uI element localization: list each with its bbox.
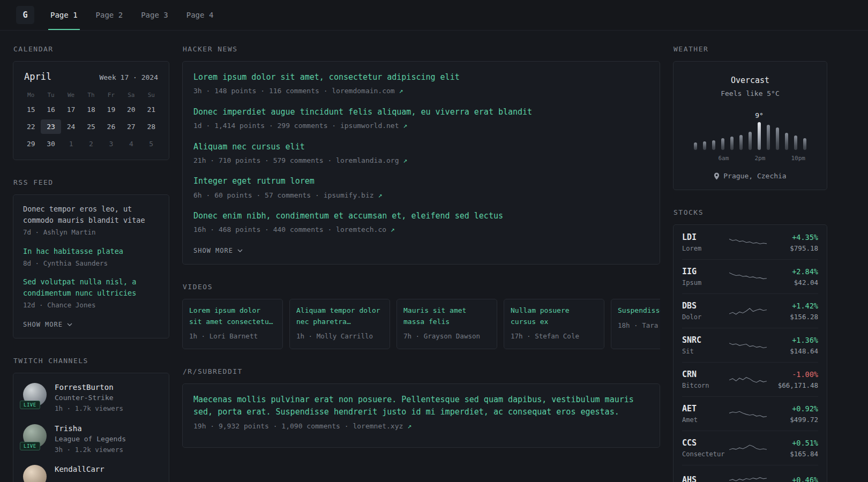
twitch-channel[interactable]: LIVEForrestBurtonCounter-Strike1h · 1.7k… (23, 383, 159, 414)
weather-bar (739, 135, 743, 150)
stock-values: +2.84%$42.04 (771, 267, 818, 287)
hackernews-domain: ipsumify.biz (324, 191, 378, 199)
stock-values: +1.42%$156.28 (771, 302, 818, 321)
stock-row[interactable]: AETAmet+0.92%$499.72 (682, 396, 818, 431)
stock-row[interactable]: DBSDolor+1.42%$156.28 (682, 293, 818, 328)
weather-bar-cell (773, 109, 782, 150)
avatar: LIVE (23, 424, 47, 448)
weather-bars: 9° (681, 109, 819, 150)
hackernews-meta-text: 1d · 1,414 points · 299 comments · (193, 122, 340, 130)
hackernews-domain-link[interactable]: loremlandia.org ↗ (336, 156, 407, 164)
tab-page-4[interactable]: Page 4 (184, 0, 216, 30)
hackernews-title[interactable]: Aliquam nec cursus elit (193, 141, 649, 153)
video-meta: 18h · Tara (618, 321, 660, 331)
calendar-widget: CALENDAR April Week 17 · 2024 MoTuWeThFr… (13, 45, 169, 160)
calendar-day: 27 (121, 119, 141, 134)
calendar-day: 15 (21, 102, 41, 117)
weather-bar-cell (691, 109, 700, 150)
stock-change: -1.00% (771, 370, 818, 379)
calendar-day: 25 (81, 119, 101, 134)
video-title[interactable]: Nullam posuere cursus ex (511, 305, 597, 328)
hackernews-item: Aliquam nec cursus elit21h · 710 points … (193, 141, 649, 166)
stock-id: CRNBitcorn (682, 370, 727, 389)
hackernews-title[interactable]: Integer eget rutrum lorem (193, 175, 649, 187)
rss-show-more-button[interactable]: SHOW MORE (23, 321, 72, 328)
app-logo[interactable]: G (16, 6, 34, 24)
twitch-channel[interactable]: LIVETrishaLeague of Legends3h · 1.2k vie… (23, 424, 159, 455)
chevron-down-icon (237, 249, 243, 252)
stock-sparkline (729, 406, 767, 421)
subreddit-domain-link[interactable]: loremnet.xyz ↗ (353, 422, 411, 430)
stock-row[interactable]: IIGIpsum+2.84%$42.04 (682, 259, 818, 293)
weather-hour-label-empty (700, 155, 709, 162)
weather-hour-label-empty (728, 155, 737, 162)
rss-show-more-label: SHOW MORE (23, 321, 63, 328)
video-meta: 7h · Grayson Dawson (403, 332, 490, 342)
hackernews-domain-link[interactable]: loremtech.co ↗ (336, 225, 395, 234)
stock-row[interactable]: CCSConsectetur+0.51%$165.84 (682, 431, 818, 465)
video-body: Mauris sit amet massa felis7h · Grayson … (397, 299, 497, 349)
video-title[interactable]: Suspendisse diam (618, 305, 660, 317)
hackernews-widget: HACKER NEWS Lorem ipsum dolor sit amet, … (182, 45, 660, 265)
calendar-day: 28 (141, 119, 161, 134)
hackernews-item: Integer eget rutrum lorem6h · 60 points … (193, 175, 649, 200)
hackernews-title[interactable]: Donec enim nibh, condimentum et accumsan… (193, 210, 649, 222)
stock-name: Ipsum (682, 279, 727, 287)
hackernews-meta-text: 6h · 60 points · 57 comments · (193, 191, 324, 199)
weather-hour-label: 10pm (791, 155, 800, 162)
subreddit-list: Maecenas mollis pulvinar erat non posuer… (193, 394, 649, 431)
rss-item-title[interactable]: Donec tempor eros leo, ut commodo mauris… (23, 204, 159, 226)
weather-hour-label-empty (764, 155, 773, 162)
stock-values: +0.51%$165.84 (771, 439, 818, 458)
video-card: Aliquam tempor dolor nec pharetra…1h · M… (289, 299, 390, 349)
tab-page-2[interactable]: Page 2 (94, 0, 125, 30)
hackernews-domain-link[interactable]: ipsumify.biz ↗ (324, 191, 383, 199)
external-link-icon: ↗ (399, 87, 403, 95)
chevron-down-icon (67, 323, 72, 326)
calendar-day: 19 (101, 102, 121, 117)
stock-name: Bitcorn (682, 382, 727, 389)
video-title[interactable]: Mauris sit amet massa felis (403, 305, 490, 328)
stock-row[interactable]: AHS+0.46% (682, 465, 818, 482)
live-badge: LIVE (20, 442, 40, 450)
calendar-day-header: Th (81, 88, 101, 102)
stock-row[interactable]: LDILorem+4.35%$795.18 (682, 225, 818, 259)
stock-values: +0.46% (771, 476, 818, 482)
stock-row[interactable]: CRNBitcorn-1.00%$66,171.48 (682, 362, 818, 396)
rss-item-title[interactable]: In hac habitasse platea (23, 246, 159, 257)
external-link-icon: ↗ (391, 225, 395, 234)
stock-values: +1.36%$148.64 (771, 336, 818, 355)
stock-row[interactable]: SNRCSit+1.36%$148.64 (682, 328, 818, 362)
weather-chart: 9° (681, 109, 819, 150)
calendar-day: 20 (121, 102, 141, 117)
hackernews-item: Donec imperdiet augue tincidunt felis al… (193, 106, 649, 131)
weather-hour-label-empty (691, 155, 700, 162)
stock-sparkline (729, 441, 767, 456)
hackernews-show-more-button[interactable]: SHOW MORE (193, 247, 243, 254)
twitch-card: LIVEForrestBurtonCounter-Strike1h · 1.7k… (13, 373, 169, 482)
weather-bar (758, 122, 761, 150)
videos-section-title: VIDEOS (183, 283, 660, 291)
twitch-channel[interactable]: LIVEKendallCarr (23, 465, 159, 482)
subreddit-title[interactable]: Maecenas mollis pulvinar erat non posuer… (193, 394, 649, 419)
hackernews-domain-link[interactable]: loremdomain.com ↗ (332, 87, 403, 95)
channel-name: Trisha (55, 424, 126, 433)
video-title[interactable]: Aliquam tempor dolor nec pharetra… (296, 305, 383, 328)
hackernews-domain-link[interactable]: ipsumworld.net ↗ (340, 122, 407, 130)
tab-page-3[interactable]: Page 3 (139, 0, 170, 30)
stock-change: +1.36% (771, 336, 818, 344)
stock-ticker: LDI (682, 232, 727, 242)
video-title[interactable]: Lorem ipsum dolor sit amet consectetu… (189, 305, 276, 328)
twitch-section-title: TWITCH CHANNELS (13, 357, 169, 365)
weather-bar (749, 132, 752, 150)
weather-bar-cell (800, 109, 810, 150)
hackernews-title[interactable]: Donec imperdiet augue tincidunt felis al… (193, 106, 649, 118)
hackernews-title[interactable]: Lorem ipsum dolor sit amet, consectetur … (193, 71, 649, 84)
right-column: WEATHER Overcast Feels like 5°C 9° 6am2p… (673, 45, 827, 482)
weather-bar (776, 127, 779, 150)
tab-page-1[interactable]: Page 1 (48, 0, 80, 30)
stock-price: $148.64 (771, 347, 818, 355)
subreddit-meta: 19h · 9,932 points · 1,090 comments · lo… (193, 421, 649, 432)
rss-item-title[interactable]: Sed volutpat nulla nisl, a condimentum n… (23, 276, 159, 299)
left-column: CALENDAR April Week 17 · 2024 MoTuWeThFr… (13, 45, 169, 482)
